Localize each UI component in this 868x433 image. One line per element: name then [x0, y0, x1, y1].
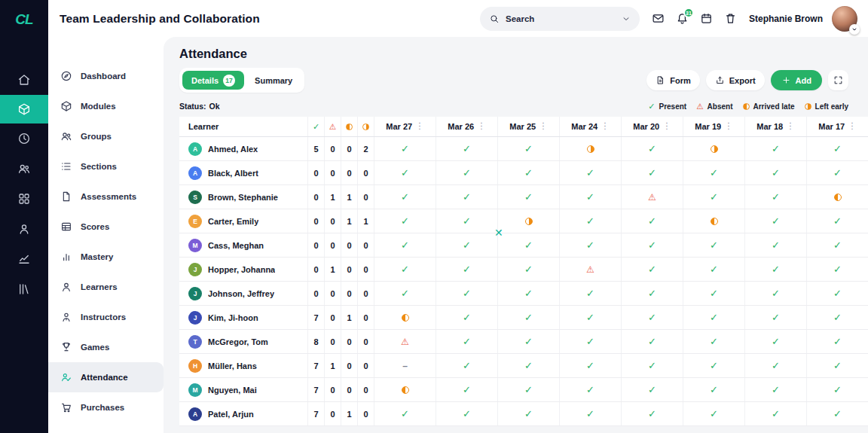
- attendance-cell[interactable]: [374, 306, 436, 329]
- attendance-cell[interactable]: [559, 137, 621, 160]
- attendance-cell[interactable]: ✓: [374, 137, 436, 160]
- attendance-cell[interactable]: ✓: [744, 233, 806, 257]
- rail-item-groups[interactable]: [0, 154, 48, 184]
- attendance-cell[interactable]: ✓: [683, 354, 744, 377]
- trash-button[interactable]: [724, 12, 737, 25]
- attendance-cell[interactable]: ✓: [744, 354, 806, 377]
- attendance-cell[interactable]: ✓: [621, 306, 683, 329]
- sidebar-item-modules[interactable]: Modules: [48, 91, 164, 121]
- sidebar-item-groups[interactable]: Groups: [48, 121, 164, 151]
- attendance-cell[interactable]: ✓: [806, 306, 868, 329]
- attendance-cell[interactable]: ✓: [497, 378, 559, 401]
- column-menu-button[interactable]: ⋮: [539, 122, 548, 131]
- attendance-cell[interactable]: ✓: [621, 161, 683, 184]
- attendance-cell[interactable]: ⚠: [621, 185, 683, 209]
- attendance-cell[interactable]: ✓: [744, 161, 806, 184]
- attendance-cell[interactable]: ✓: [436, 402, 497, 425]
- attendance-cell[interactable]: ✓: [621, 137, 683, 160]
- attendance-cell[interactable]: ✓: [559, 233, 621, 257]
- attendance-cell[interactable]: ✓: [744, 306, 806, 329]
- column-menu-button[interactable]: ⋮: [848, 122, 857, 131]
- attendance-cell[interactable]: ✓: [806, 233, 868, 257]
- attendance-cell[interactable]: ✓: [744, 378, 806, 401]
- rail-item-modules[interactable]: [0, 95, 48, 123]
- attendance-cell[interactable]: ✓: [497, 185, 559, 209]
- attendance-cell[interactable]: ✓: [436, 258, 497, 281]
- attendance-cell[interactable]: ✓: [621, 209, 683, 233]
- attendance-cell[interactable]: ✓: [497, 137, 559, 160]
- attendance-cell[interactable]: ✓: [683, 258, 744, 281]
- attendance-cell[interactable]: ✓: [621, 354, 683, 377]
- attendance-cell[interactable]: ✓: [806, 137, 868, 160]
- attendance-cell[interactable]: ✓: [374, 402, 436, 425]
- learner-cell[interactable]: HMüller, Hans: [179, 354, 307, 377]
- learner-cell[interactable]: APatel, Arjun: [179, 402, 307, 425]
- sidebar-item-games[interactable]: Games: [48, 332, 164, 362]
- attendance-cell[interactable]: ✓: [683, 378, 744, 401]
- app-logo[interactable]: CL: [0, 0, 48, 39]
- attendance-cell[interactable]: ✓: [806, 209, 868, 233]
- attendance-cell[interactable]: [374, 378, 436, 401]
- search-box[interactable]: [480, 7, 640, 31]
- sidebar-item-sections[interactable]: Sections: [48, 151, 164, 181]
- learner-cell[interactable]: MNguyen, Mai: [179, 378, 307, 401]
- attendance-cell[interactable]: ✓: [497, 258, 559, 281]
- sidebar-item-mastery[interactable]: Mastery: [48, 242, 164, 272]
- search-input[interactable]: [506, 14, 616, 23]
- attendance-cell[interactable]: ✓: [374, 233, 436, 257]
- sidebar-item-dashboard[interactable]: Dashboard: [48, 61, 164, 91]
- attendance-cell[interactable]: ✓: [374, 282, 436, 305]
- attendance-cell[interactable]: ✓: [559, 161, 621, 184]
- learner-cell[interactable]: SBrown, Stephanie: [179, 185, 307, 209]
- attendance-cell[interactable]: ✓: [497, 282, 559, 305]
- attendance-cell[interactable]: ✓: [621, 258, 683, 281]
- user-menu-chevron-icon[interactable]: [849, 24, 860, 35]
- attendance-cell[interactable]: ✓: [436, 354, 497, 377]
- learner-cell[interactable]: JJohnson, Jeffrey: [179, 282, 307, 305]
- attendance-cell[interactable]: –: [374, 354, 436, 377]
- sidebar-item-assessments[interactable]: Assessments: [48, 181, 164, 212]
- attendance-cell[interactable]: ✓: [436, 233, 497, 257]
- attendance-cell[interactable]: ✓: [436, 306, 497, 329]
- notifications-button[interactable]: 31: [676, 12, 689, 25]
- sidebar-item-learners[interactable]: Learners: [48, 272, 164, 302]
- attendance-cell[interactable]: ✓: [559, 306, 621, 329]
- attendance-cell[interactable]: ✓: [744, 137, 806, 160]
- attendance-cell[interactable]: [806, 185, 868, 209]
- column-menu-button[interactable]: ⋮: [477, 122, 486, 131]
- sidebar-item-purchases[interactable]: Purchases: [48, 392, 164, 422]
- attendance-cell[interactable]: ✓: [683, 185, 744, 209]
- attendance-cell[interactable]: ✓: [744, 402, 806, 425]
- attendance-cell[interactable]: ✓: [497, 330, 559, 353]
- search-scope-chevron-icon[interactable]: [622, 14, 631, 23]
- rail-item-apps[interactable]: [0, 184, 48, 214]
- column-menu-button[interactable]: ⋮: [662, 122, 671, 131]
- attendance-cell[interactable]: ✓: [497, 354, 559, 377]
- attendance-cell[interactable]: ✓: [559, 378, 621, 401]
- messages-button[interactable]: [652, 12, 665, 25]
- tab-details[interactable]: Details 17: [182, 71, 244, 90]
- attendance-cell[interactable]: ✓: [374, 209, 436, 233]
- rail-item-library[interactable]: [0, 274, 48, 304]
- user-avatar[interactable]: [832, 6, 857, 32]
- form-button[interactable]: Form: [646, 70, 700, 90]
- expand-button[interactable]: [828, 70, 848, 90]
- attendance-cell[interactable]: ✓: [436, 137, 497, 160]
- attendance-cell[interactable]: ✓: [744, 209, 806, 233]
- tab-summary[interactable]: Summary: [246, 71, 301, 90]
- attendance-cell[interactable]: ✓: [806, 354, 868, 377]
- attendance-cell[interactable]: ✓: [683, 330, 744, 353]
- attendance-cell[interactable]: ✓: [806, 258, 868, 281]
- attendance-cell[interactable]: ✓: [436, 282, 497, 305]
- attendance-cell[interactable]: ⚠: [559, 258, 621, 281]
- learner-cell[interactable]: MCass, Meghan: [179, 233, 307, 257]
- attendance-cell[interactable]: ✓: [806, 402, 868, 425]
- learner-cell[interactable]: ECarter, Emily: [179, 209, 307, 233]
- attendance-cell[interactable]: ✓: [744, 282, 806, 305]
- learner-cell[interactable]: TMcGregor, Tom: [179, 330, 307, 353]
- attendance-cell[interactable]: ✓: [436, 378, 497, 401]
- attendance-cell[interactable]: ✓: [559, 185, 621, 209]
- sidebar-item-instructors[interactable]: Instructors: [48, 302, 164, 332]
- attendance-cell[interactable]: ✓: [559, 282, 621, 305]
- attendance-cell[interactable]: ✓: [436, 161, 497, 184]
